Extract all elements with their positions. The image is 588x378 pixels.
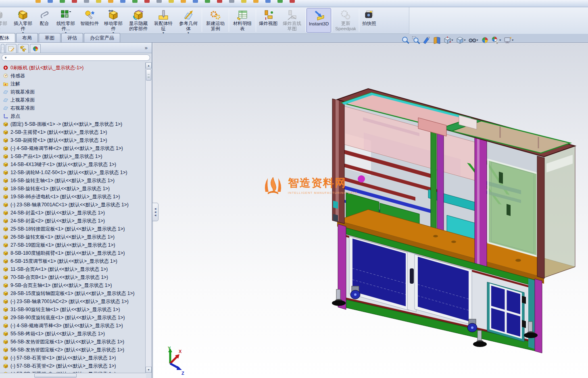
scroll-down-icon[interactable]: ▼ [146,367,152,373]
tree-item[interactable]: 29-SB-90度旋转底座<1> (默认<<默认>_显示状态 1>) [0,314,145,322]
qat-icon[interactable] [156,0,162,3]
displaymanager-tab[interactable] [30,44,41,53]
qat-icon[interactable] [35,0,41,3]
toolbar-button-explode-sketch[interactable]: 爆炸直线草图 [279,8,304,33]
tree-item[interactable]: 11-SB-合页A<1> (默认<<默认>_显示状态 1>) [0,265,145,273]
qat-icon[interactable] [290,0,295,3]
tree-item[interactable]: 55-SB-烤箱<1> (默认<<默认>_显示状态 1>) [0,330,145,338]
tree-item[interactable]: 56-SB-发热管固定板<1> (默认<<默认>_显示状态 1>) [0,338,145,346]
display-style-button[interactable]: ▼ [456,36,466,44]
qat-icon[interactable] [72,0,77,3]
qat-icon[interactable] [241,0,246,3]
qat-icon[interactable] [84,0,89,3]
chevron-down-icon[interactable]: ▼ [463,39,466,42]
tree-item[interactable]: 2-SB-主摇臂<1> (默认<<默认>_显示状态 1>) [0,128,145,136]
toolbar-button-show-hide[interactable]: 显示隐藏的零部件 [126,8,151,33]
tree-item[interactable]: 14-SB-4X13键子<1> (默认<<默认>_显示状态 1>) [0,160,145,168]
zoom-to-fit-button[interactable] [401,36,410,44]
tree-item[interactable]: 1-SB-产品<1> (默认<<默认>_显示状态 1>) [0,152,145,160]
tree-item[interactable]: 0刷板机 (默认<默认_显示状态-1>) [0,64,145,72]
qat-icon[interactable] [60,0,65,3]
tree-item[interactable]: 原点 [0,112,145,120]
quick-access-icons[interactable] [0,0,588,3]
zoom-to-area-button[interactable] [412,36,420,44]
configurationmanager-tab[interactable] [18,44,29,53]
view-settings-button[interactable]: ▼ [504,36,514,44]
section-view-button[interactable] [433,36,441,44]
toolbar-button-bom[interactable]: 材料明细表 [230,8,255,33]
tree-item[interactable]: (-) 23-SB-轴承7001AC<1> (默认<<默认>_显示状态 1>) [0,201,145,209]
previous-view-button[interactable] [422,36,431,44]
toolbar-button-move-component[interactable]: 移动零部件▼ [101,8,126,33]
toolbar-button-insert-component[interactable]: 插入零部件▼ [10,8,35,33]
toolbar-button-snapshot[interactable]: 拍快照 [360,8,378,33]
tree-item[interactable]: (-) 57-SB-石英管<1> (默认<<默认>_显示状态 1>) [0,354,145,362]
tree-item[interactable]: 25-SB-18转接固定板<1> (默认<<默认>_显示状态 1>) [0,225,145,233]
edit-appearance-button[interactable] [481,36,489,44]
tree-item[interactable]: 24-SB-封盖<2> (默认<<默认>_显示状态 1>) [0,217,145,225]
scroll-up-icon[interactable]: ▲ [146,62,152,69]
tree-item[interactable]: (-) 57-SB-石英管<3> (默认<<默认>_显示状态 1>) [0,370,145,373]
qat-icon[interactable] [108,0,113,3]
tree-item[interactable]: 70-SB-合页B<1> (默认<<默认>_显示状态 1>) [0,273,145,281]
tree-item[interactable]: (-) 57-SB-石英管<2> (默认<<默认>_显示状态 1>) [0,362,145,370]
tree-item[interactable]: 19-SB-86步进电机<1> (默认<<默认>_显示状态 1>) [0,193,145,201]
tree-item[interactable]: (-) 4-SB-规格调节棒<2> (默认<<默认>_显示状态 1>) [0,144,145,152]
chevron-down-icon[interactable]: ▼ [451,39,454,42]
ribbon-tab-办公室产品[interactable]: 办公室产品 [84,33,120,42]
toolbar-button-instant3d[interactable]: Instant3D [307,8,331,33]
tree-horizontal-scrollbar[interactable] [0,373,146,378]
tree-item[interactable]: 31-SB-90旋转主轴<1> (默认<<默认>_显示状态 1>) [0,305,145,314]
tree-item[interactable]: 24-SB-封盖<1> (默认<<默认>_显示状态 1>) [0,209,145,217]
tree-item[interactable]: 右视基准面 [0,104,145,112]
toolbar-button-mate[interactable]: 配合 [35,8,53,33]
graphics-viewport[interactable] [153,43,588,378]
toolbar-button-linear-pattern[interactable]: 线性零部件...▼ [53,8,78,33]
toolbar-button-edit-component[interactable]: 编辑零部件 [0,8,10,33]
qat-icon[interactable] [120,0,125,3]
toolbar-button-motion-study[interactable]: 新建运动算例 [203,8,228,33]
apply-scene-button[interactable]: ▼ [491,36,502,44]
chevron-down-icon[interactable]: ▼ [499,39,502,42]
qat-icon[interactable] [193,0,198,3]
qat-icon[interactable] [132,0,138,3]
ribbon-tab-草图[interactable]: 草图 [39,33,60,42]
qat-icon[interactable] [205,0,210,3]
qat-icon[interactable] [253,0,259,3]
tree-item[interactable]: (-) 23-SB-轴承7001AC<2> (默认<<默认>_显示状态 1>) [0,297,145,305]
tree-item[interactable]: 3-SB-副摇臂<1> (默认<<默认>_显示状态 1>) [0,136,145,144]
ribbon-tab-评估[interactable]: 评估 [61,33,83,42]
tree-vertical-scrollbar[interactable]: ▲ ▼ [145,62,152,373]
machine-model[interactable] [153,43,588,378]
toolbar-button-assembly-feature[interactable]: 装配体特征▼ [151,8,176,33]
tree-item[interactable]: 12-SB-涡轮M-1.0Z-50<1> (默认<<默认>_显示状态 1>) [0,168,145,177]
tree-item[interactable]: (固定) 5-SB-面板<1> -> (默认<<默认>_显示状态 1>) [0,120,145,128]
tree-item[interactable]: 28-SB-15度旋转轴固定板<1> (默认<<默认>_显示状态 1>) [0,289,145,297]
tree-item[interactable]: 传感器 [0,72,145,80]
tree-item[interactable]: 6-SB-15度调节板<1> (默认<<默认>_显示状态 1>) [0,257,145,265]
view-orientation-button[interactable]: ▼ [443,36,454,44]
qat-icon[interactable] [96,0,101,3]
qat-icon[interactable] [229,0,234,3]
tree-item[interactable]: 8-SB-180度辅助摇臂<1> (默认<<默认>_显示状态 1>) [0,249,145,257]
tree-item[interactable]: 上视基准面 [0,96,145,104]
qat-icon[interactable] [169,0,174,3]
toolbar-button-smart-fastener[interactable]: 智能扣件 [78,8,101,33]
ribbon-tab-布局[interactable]: 布局 [16,33,38,42]
tree-item[interactable]: 56-SB-发热管固定板<2> (默认<<默认>_显示状态 1>) [0,346,145,354]
hide-show-items-button[interactable]: ▼ [468,36,479,44]
tree-item[interactable]: 18-SB-旋转座<1> (默认<<默认>_显示状态 1>) [0,185,145,193]
toolbar-button-ref-geometry[interactable]: 参考几何体▼ [176,8,201,33]
qat-icon[interactable] [217,0,222,3]
tree-item[interactable]: 16-SB-旋转主轴<1> (默认<<默认>_显示状态 1>) [0,177,145,185]
tree-filter-bar[interactable]: ▼ [2,54,150,61]
ribbon-tab-装配体[interactable]: 装配体 [0,33,15,42]
tree-item[interactable]: 前视基准面 [0,88,145,96]
horizontal-scroll-thumb[interactable] [34,374,77,378]
vertical-scroll-thumb[interactable] [146,69,151,81]
qat-icon[interactable] [181,0,186,3]
tree-item[interactable]: 9-SB-合页主轴<1> (默认<<默认>_显示状态 1>) [0,281,145,289]
featuremanager-tab[interactable] [1,44,4,53]
toolbar-button-speedpak[interactable]: 更新Speedpak [333,8,358,33]
chevron-down-icon[interactable]: ▼ [511,39,514,42]
